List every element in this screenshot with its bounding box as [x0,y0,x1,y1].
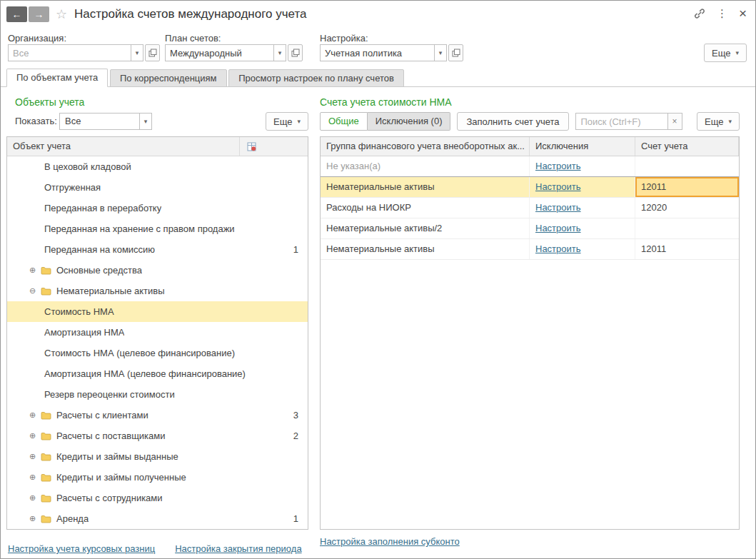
tree-row[interactable]: Амортизация НМА [7,322,308,343]
tree-row[interactable]: Переданная на комиссию 1 [7,239,308,260]
more-button-label: Еще [712,48,730,59]
account-row[interactable]: Не указан(а) Настроить [321,156,739,177]
left-more-button[interactable]: Еще ▾ [266,112,308,131]
search-input[interactable] [575,113,668,130]
configure-link[interactable]: Настроить [535,243,581,254]
subkonto-settings-link[interactable]: Настройка заполнения субконто [320,536,460,547]
tree-row-label: Стоимость НМА [44,306,114,317]
expand-icon[interactable]: ⊕ [27,411,38,420]
tree-row-count: 1 [293,244,298,255]
tree-row[interactable]: В цеховой кладовой [7,156,308,177]
tree-group-row[interactable]: ⊕ Кредиты и займы полученные [7,467,308,488]
show-filter-value: Все [59,113,139,130]
exceptions-cell: Настроить [530,156,635,176]
search-box: × [575,113,682,130]
expand-icon[interactable]: ⊕ [27,473,38,482]
forward-button[interactable]: → [29,6,49,22]
form-more-button[interactable]: Еще ▾ [704,44,747,62]
currency-differences-link[interactable]: Настройка учета курсовых разниц [8,543,155,554]
show-filter-combo[interactable]: Все ▾ [59,113,152,130]
account-cell[interactable]: 12011 [635,239,739,259]
menu-dots-icon[interactable]: ⋮ [717,7,727,20]
left-panel-title: Объекты учета [15,96,84,108]
tree-group-row[interactable]: ⊕ Кредиты и займы выданные [7,446,308,467]
account-cell[interactable] [635,218,739,238]
tree-row-label: Нематериальные активы [56,286,165,296]
organization-dropdown-button[interactable]: ▾ [131,44,143,61]
tree-row-selected[interactable]: Стоимость НМА [7,301,308,322]
setting-input[interactable] [320,44,434,61]
tree-row[interactable]: Амортизация НМА (целевое финансирование) [7,363,308,384]
show-label: Показать: [15,112,57,131]
tree-group-row[interactable]: ⊕ Основные средства [7,260,308,281]
copy-link-icon[interactable] [694,8,705,19]
setting-choose-button[interactable] [448,44,463,61]
footer-links: Настройка учета курсовых разниц Настройк… [8,543,302,554]
chevron-down-icon: ▾ [297,118,301,125]
common-toggle[interactable]: Общие [320,112,368,131]
chart-of-accounts-input[interactable] [165,44,273,61]
back-button[interactable]: ← [6,6,27,22]
tab-by-correspondence[interactable]: По корреспонденциям [110,69,227,87]
configure-link[interactable]: Настроить [535,161,581,171]
chart-of-accounts-choose-button[interactable] [288,44,303,61]
tab-by-accounting-objects[interactable]: По объектам учета [6,69,108,87]
expand-icon[interactable]: ⊕ [27,493,38,503]
accounts-table-header[interactable]: Группа финансового учета внеоборотных ак… [321,137,739,156]
account-cell-active[interactable]: 12011 [635,177,739,197]
objects-column-header: Объект учета [13,141,71,151]
period-closing-link[interactable]: Настройка закрытия периода [175,543,301,554]
account-row[interactable]: Нематериальные активы/2 Настроить [321,218,739,239]
tree-group-row[interactable]: ⊕ Расчеты с сотрудниками [7,488,308,508]
tree-group-row[interactable]: ⊖ Нематериальные активы [7,281,308,301]
tree-row[interactable]: Резерв переоценки стоимости [7,384,308,405]
configure-link[interactable]: Настроить [535,202,581,213]
tree-group-row[interactable]: ⊕ Расчеты с клиентами 3 [7,405,308,425]
folder-icon [41,494,51,503]
exceptions-cell: Настроить [530,218,635,238]
account-cell[interactable]: 12020 [635,198,739,218]
expand-icon[interactable]: ⊕ [27,514,38,523]
show-filter-dropdown-button[interactable]: ▾ [139,113,152,130]
tree-group-row[interactable]: ⊕ Расчеты с поставщиками 2 [7,425,308,446]
finance-group-cell: Расходы на НИОКР [321,198,530,218]
tree-row[interactable]: Переданная на хранение с правом продажи [7,218,308,239]
folder-icon [41,453,51,461]
objects-table-header[interactable]: Объект учета [7,137,308,156]
configure-link[interactable]: Настроить [535,223,581,233]
right-more-button[interactable]: Еще ▾ [697,112,740,131]
search-clear-icon[interactable]: × [668,113,682,130]
setting-dropdown-button[interactable]: ▾ [434,44,447,61]
setting-label: Настройка: [320,33,368,44]
chevron-down-icon: ▾ [728,118,732,125]
folder-icon [41,432,51,440]
expand-icon[interactable]: ⊕ [27,431,38,440]
tab-strip: По объектам учета По корреспонденциям Пр… [1,69,755,87]
tab-view-chart-settings[interactable]: Просмотр настроек по плану счетов [228,69,404,87]
configure-link[interactable]: Настроить [535,181,581,192]
account-row-selected[interactable]: Нематериальные активы Настроить 12011 [321,177,739,198]
expand-icon[interactable]: ⊕ [27,452,38,461]
account-cell[interactable] [635,156,739,176]
setting-field: ▾ [320,44,463,61]
close-icon[interactable]: × [739,7,747,20]
collapse-icon[interactable]: ⊖ [27,286,38,296]
tree-group-row[interactable]: ⊕ Аренда 1 [7,508,308,529]
tree-row[interactable]: Переданная в переработку [7,198,308,218]
expand-icon[interactable]: ⊕ [27,266,38,275]
account-row[interactable]: Расходы на НИОКР Настроить 12020 [321,198,739,218]
account-row[interactable]: Нематериальные активы Настроить 12011 [321,239,739,260]
nma-accounts-panel: Счета учета стоимости НМА Общие Исключен… [315,92,752,532]
chart-of-accounts-dropdown-button[interactable]: ▾ [273,44,286,61]
tree-row[interactable]: Стоимость НМА (целевое финансирование) [7,343,308,363]
finance-group-cell: Нематериальные активы [321,177,530,197]
organization-choose-button[interactable] [145,44,160,61]
tree-row[interactable]: Отгруженная [7,177,308,198]
tree-row-label: В цеховой кладовой [44,161,131,172]
tree-row-label: Амортизация НМА [44,327,124,338]
favorites-star-icon[interactable]: ☆ [56,7,67,21]
fill-account-button[interactable]: Заполнить счет учета [457,112,568,131]
organization-input[interactable] [8,44,131,61]
exceptions-toggle[interactable]: Исключения (0) [368,112,451,131]
exceptions-column-header: Исключения [530,137,635,156]
